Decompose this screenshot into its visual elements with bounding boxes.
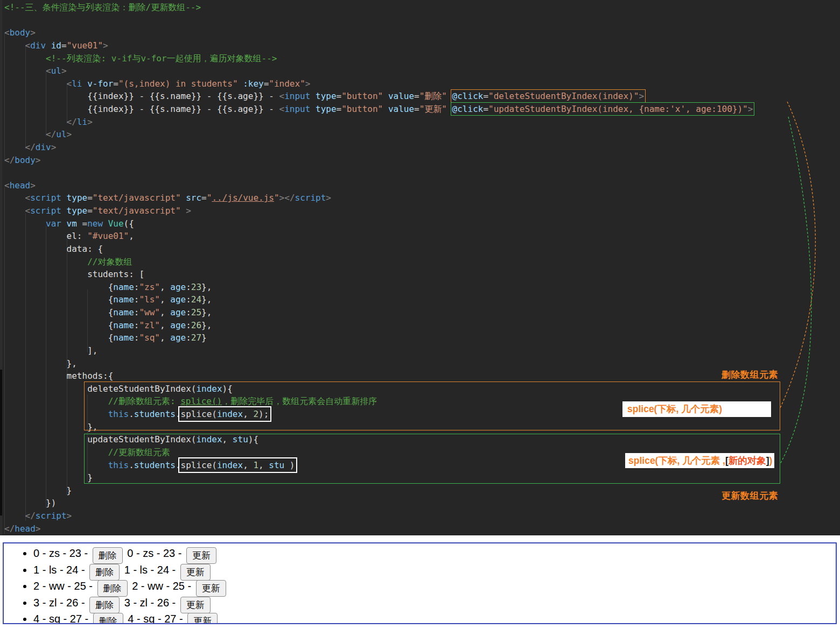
code-token: ,	[160, 320, 170, 330]
code-line: },	[0, 357, 753, 370]
code-line: {{index}} - {{s.name}} - {{s.age}} - <in…	[0, 90, 753, 103]
code-token: ,	[160, 282, 170, 292]
code-line: <div id="vue01">	[0, 39, 753, 52]
code-token: el:	[4, 231, 87, 241]
code-token: :	[186, 282, 191, 292]
code-line	[0, 166, 753, 179]
code-token: }	[201, 333, 207, 343]
code-token: "更新"	[419, 104, 447, 114]
code-line: }	[0, 471, 753, 484]
code-line: <body>	[0, 26, 753, 39]
code-token: {{index}} - {{s.name}} - {{s.age}} -	[4, 91, 279, 101]
code-token: type	[67, 206, 88, 216]
code-token: <!--列表渲染: v-if与v-for一起使用，遍历对象数组-->	[46, 53, 277, 63]
student-list: 0 - zs - 23 - 删除 0 - zs - 23 - 更新1 - ls …	[4, 545, 836, 624]
code-token: "	[274, 193, 279, 203]
student-list-item: 2 - ww - 25 - 删除 2 - ww - 25 - 更新	[33, 578, 836, 595]
code-token: <!--三、条件渲染与列表渲染：删除/更新数组-->	[4, 2, 201, 12]
code-token: 26	[191, 320, 201, 330]
code-token: age	[170, 333, 186, 343]
code-token	[4, 66, 46, 76]
editor-scrollbar-thumb[interactable]	[0, 370, 2, 515]
code-token	[447, 91, 452, 101]
code-token: >	[36, 155, 41, 165]
student-list-item: 1 - ls - 24 - 删除 1 - ls - 24 - 更新	[33, 562, 836, 578]
code-token	[4, 257, 87, 267]
code-token	[4, 447, 108, 457]
delete-method-label: 删除数组元素	[722, 369, 778, 381]
code-token: </	[46, 129, 56, 139]
code-token: <	[279, 91, 285, 101]
delete-button[interactable]: 删除	[89, 564, 120, 581]
code-token: age	[170, 307, 186, 317]
code-token: </	[25, 142, 36, 152]
update-button[interactable]: 更新	[187, 613, 218, 624]
code-line: </body>	[0, 154, 753, 167]
code-line: <li v-for="(s,index) in students" :key="…	[0, 77, 753, 90]
code-token[interactable]: ../js/vue.js	[212, 193, 274, 203]
code-token: head	[10, 180, 31, 190]
code-token: ){	[248, 434, 258, 444]
delete-click-highlight-box: @click="deleteStudentByIndex(index)">	[452, 91, 644, 101]
code-token: var	[46, 218, 61, 229]
code-token	[4, 511, 25, 521]
code-token: :	[186, 294, 191, 305]
code-token: .	[129, 460, 134, 470]
code-token: })	[4, 498, 56, 508]
update-button[interactable]: 更新	[196, 580, 226, 597]
delete-button[interactable]: 删除	[89, 597, 120, 613]
code-token: students: [	[4, 269, 144, 279]
code-token: new	[87, 218, 103, 229]
code-token: >	[30, 27, 36, 38]
code-token: ({	[124, 218, 134, 229]
code-token	[4, 142, 25, 152]
delete-button[interactable]: 删除	[97, 580, 128, 597]
code-token: >	[87, 117, 93, 127]
code-token: ,	[243, 460, 253, 470]
code-line: {{index}} - {{s.name}} - {{s.age}} - <in…	[0, 103, 753, 116]
code-token	[4, 193, 25, 203]
code-line: })	[0, 497, 753, 510]
code-token: students	[134, 409, 176, 419]
code-token	[181, 193, 186, 203]
code-line: </li>	[0, 116, 753, 129]
code-token: index	[196, 434, 222, 444]
code-token: =	[113, 79, 118, 89]
delete-button[interactable]: 删除	[93, 613, 123, 624]
code-token: index	[196, 384, 222, 394]
code-token: deleteStudentByIndex(	[4, 384, 196, 394]
code-token: data: {	[4, 244, 103, 254]
code-line: {name:"sq", age:27}	[0, 331, 753, 344]
code-line: methods:{	[0, 370, 753, 383]
code-token: 25	[191, 307, 201, 317]
code-token: .	[176, 409, 181, 419]
student-list-item: 3 - zl - 26 - 删除 3 - zl - 26 - 更新	[33, 595, 836, 611]
code-token: )	[284, 460, 295, 470]
code-token: =	[87, 193, 93, 203]
code-token: =	[337, 91, 342, 101]
code-token: :key	[243, 79, 264, 89]
student-list-item: 0 - zs - 23 - 删除 0 - zs - 23 - 更新	[33, 545, 836, 562]
code-token: "sq"	[139, 333, 160, 343]
splice-delete-highlight-box: splice(index, 2);	[181, 409, 269, 419]
code-line: <script type="text/javascript" src="../j…	[0, 192, 753, 204]
code-token: },	[4, 358, 77, 369]
code-token: li	[77, 117, 87, 127]
update-click-highlight-box: @click="updateStudentByIndex(index, {nam…	[452, 104, 753, 114]
code-token: }	[4, 485, 72, 496]
code-line: {name:"zs", age:23},	[0, 281, 753, 294]
update-button[interactable]: 更新	[180, 597, 211, 613]
update-button[interactable]: 更新	[180, 564, 211, 581]
code-token: :	[186, 333, 191, 343]
update-button[interactable]: 更新	[186, 547, 216, 564]
code-token: <	[46, 66, 51, 76]
splice-update-tip: splice(下标, 几个元素 ,[新的对象])	[625, 453, 774, 468]
code-token: "(s,index) in students"	[118, 79, 238, 89]
code-token: students	[134, 460, 176, 470]
code-token: >	[67, 511, 72, 521]
code-token: type	[316, 91, 337, 101]
code-line: {name:"ls", age:24},	[0, 293, 753, 306]
code-token: <	[25, 193, 31, 203]
delete-button[interactable]: 删除	[93, 547, 123, 564]
code-line: ],	[0, 344, 753, 357]
